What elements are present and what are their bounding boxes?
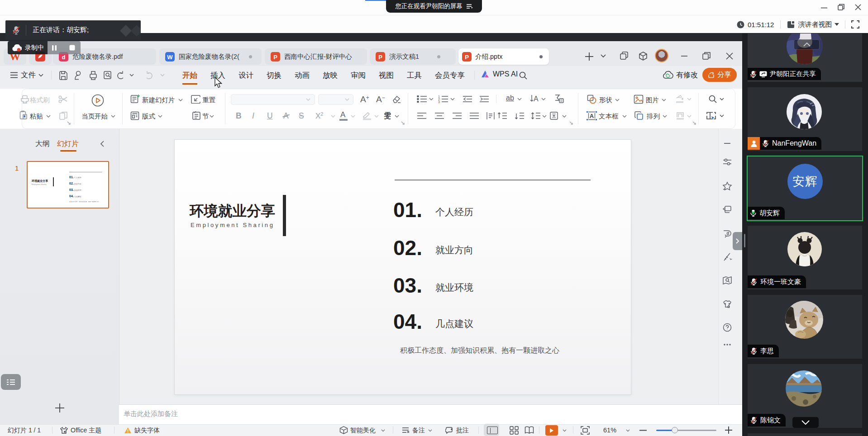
svg-text:P: P: [465, 53, 469, 60]
svg-text:d: d: [62, 53, 66, 60]
svg-text:A: A: [590, 113, 594, 119]
svg-text:W: W: [167, 53, 173, 60]
svg-text:A: A: [534, 95, 539, 103]
svg-text:P: P: [378, 53, 382, 60]
svg-text:3: 3: [438, 100, 440, 103]
svg-text:P: P: [273, 53, 277, 60]
